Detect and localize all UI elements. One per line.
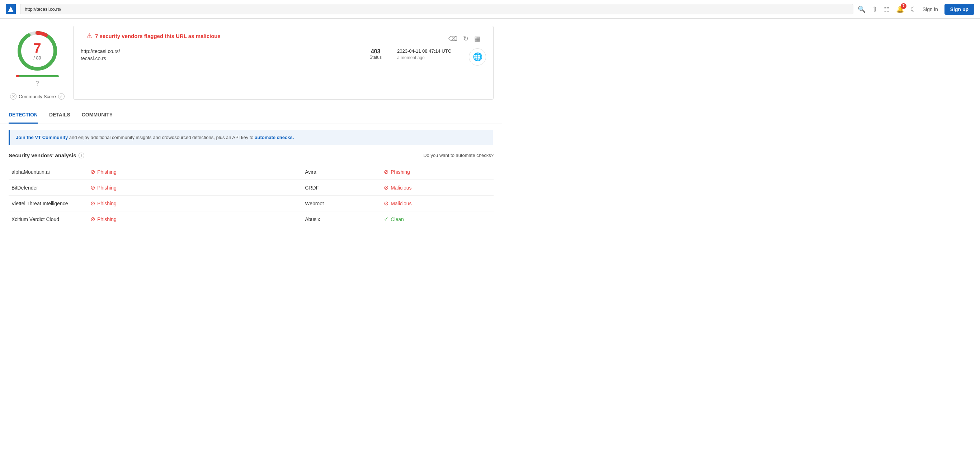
automate-prompt: Do you want to automate checks? (423, 153, 493, 158)
score-donut: 7 / 89 (16, 29, 59, 72)
info-icon[interactable]: i (78, 153, 84, 158)
score-value: 7 (33, 41, 41, 55)
time-block: 2023-04-11 08:47:14 UTC a moment ago (397, 48, 462, 60)
warning-icon: ⊘ (384, 168, 388, 175)
spacer (194, 180, 302, 196)
verdict-text: Phishing (97, 201, 116, 206)
verdict-text: Malicious (391, 201, 412, 206)
verdict-text: Phishing (391, 169, 410, 175)
vt-logo[interactable] (6, 4, 16, 14)
vendor-name: CRDF (302, 180, 381, 196)
vendor-name: Webroot (302, 196, 381, 211)
spacer (194, 164, 302, 180)
vendor-name: Avira (302, 164, 381, 180)
vendor-name: Xcitium Verdict Cloud (9, 211, 88, 227)
warning-icon: ⊘ (384, 184, 388, 191)
vendor-verdict: ⊘Phishing (88, 180, 194, 196)
navbar: http://tecasi.co.rs/ 🔍 ⇧ ☷ 🔔 7 ☾ Sign in… (0, 0, 980, 19)
join-community-link[interactable]: Join the VT Community (16, 135, 68, 140)
question-icon: ? (35, 80, 39, 87)
vendor-verdict: ⊘Malicious (381, 180, 493, 196)
table-row: BitDefender⊘PhishingCRDF⊘Malicious (9, 180, 493, 196)
tab-details[interactable]: DETAILS (49, 107, 70, 124)
vendor-verdict: ✓Clean (381, 211, 493, 227)
score-total: / 89 (33, 55, 41, 60)
theme-icon[interactable]: ☾ (910, 5, 916, 13)
url-domain: tecasi.co.rs (81, 55, 354, 61)
main-content: 7 / 89 ? ✕ Community Score ✓ ⚠ 7 securit… (0, 19, 502, 107)
grid-icon[interactable]: ☷ (884, 5, 889, 13)
alert-row: ⚠ 7 security vendors flagged this URL as… (86, 32, 221, 40)
verdict-text: Phishing (97, 216, 116, 222)
details-panel: ⚠ 7 security vendors flagged this URL as… (73, 26, 493, 100)
vendor-verdict: ⊘Phishing (88, 196, 194, 211)
alert-bar: ⚠ 7 security vendors flagged this URL as… (81, 32, 486, 46)
vendor-name: Viettel Threat Intelligence (9, 196, 88, 211)
verdict-text: Phishing (97, 185, 116, 191)
status-block: 403 Status (361, 48, 390, 60)
tab-detection[interactable]: DETECTION (9, 107, 38, 124)
status-label: Status (361, 55, 390, 60)
url-text-block: http://tecasi.co.rs/ tecasi.co.rs (81, 48, 354, 61)
upload-icon[interactable]: ⇧ (872, 5, 877, 13)
automate-link[interactable]: automate checks. (255, 135, 294, 140)
verdict-text: Phishing (97, 169, 116, 175)
notifications-icon[interactable]: 🔔 7 (896, 5, 904, 13)
url-main: http://tecasi.co.rs/ (81, 48, 354, 54)
community-banner: Join the VT Community and enjoy addition… (9, 130, 493, 145)
status-code: 403 (361, 48, 390, 55)
tab-community[interactable]: COMMUNITY (82, 107, 113, 124)
vendors-title: Security vendors' analysis i (9, 152, 84, 158)
verdict-text: Clean (391, 216, 404, 222)
notifications-badge: 7 (901, 3, 907, 9)
signin-link[interactable]: Sign in (923, 6, 938, 12)
table-row: Xcitium Verdict Cloud⊘PhishingAbusix✓Cle… (9, 211, 493, 227)
vendor-name: BitDefender (9, 180, 88, 196)
url-bar[interactable]: http://tecasi.co.rs/ (20, 4, 853, 14)
vendor-verdict: ⊘Phishing (381, 164, 493, 180)
refresh-icon[interactable]: ↻ (463, 35, 468, 43)
warning-icon: ⊘ (91, 184, 95, 191)
score-bar (16, 75, 59, 77)
warning-icon: ⊘ (91, 215, 95, 222)
navbar-actions: 🔍 ⇧ ☷ 🔔 7 ☾ Sign in Sign up (858, 4, 974, 15)
banner-text: and enjoy additional community insights … (69, 135, 255, 140)
svg-marker-0 (8, 6, 14, 12)
vendors-header: Security vendors' analysis i Do you want… (9, 151, 493, 158)
spacer (194, 196, 302, 211)
spacer (194, 211, 302, 227)
alert-text: 7 security vendors flagged this URL as m… (95, 33, 221, 39)
score-inner: 7 / 89 (33, 41, 41, 60)
tabs-section: DETECTION DETAILS COMMUNITY (0, 107, 502, 124)
search-icon[interactable]: 🔍 (858, 5, 865, 13)
warning-icon: ⊘ (91, 168, 95, 175)
globe-icon[interactable]: 🌐 (469, 48, 486, 66)
time-utc: 2023-04-11 08:47:14 UTC (397, 48, 462, 54)
community-score-row: ✕ Community Score ✓ (10, 93, 64, 100)
table-row: Viettel Threat Intelligence⊘PhishingWebr… (9, 196, 493, 211)
vendor-name: alphaMountain.ai (9, 164, 88, 180)
vendors-section: Security vendors' analysis i Do you want… (0, 151, 502, 227)
vendors-title-text: Security vendors' analysis (9, 152, 76, 158)
signup-button[interactable]: Sign up (945, 4, 974, 15)
community-score-label: Community Score (19, 94, 56, 99)
url-info: http://tecasi.co.rs/ tecasi.co.rs 403 St… (81, 46, 486, 66)
vendor-verdict: ⊘Phishing (88, 211, 194, 227)
check-icon: ✓ (384, 215, 388, 222)
verdict-text: Malicious (391, 185, 412, 191)
time-ago: a moment ago (397, 55, 462, 60)
warning-icon: ⊘ (91, 200, 95, 207)
vendor-verdict: ⊘Phishing (88, 164, 194, 180)
vendors-table: alphaMountain.ai⊘PhishingAvira⊘PhishingB… (9, 164, 493, 227)
warning-icon: ⊘ (384, 200, 388, 207)
check-icon: ✓ (58, 93, 65, 100)
panel-actions: ⌫ ↻ ▦ (449, 35, 480, 43)
score-panel: 7 / 89 ? ✕ Community Score ✓ (9, 26, 66, 100)
x-icon: ✕ (10, 93, 16, 100)
qr-icon[interactable]: ▦ (474, 35, 480, 43)
table-row: alphaMountain.ai⊘PhishingAvira⊘Phishing (9, 164, 493, 180)
vendor-name: Abusix (302, 211, 381, 227)
alert-icon: ⚠ (86, 32, 92, 40)
vendor-verdict: ⊘Malicious (381, 196, 493, 211)
compare-icon[interactable]: ⌫ (449, 35, 457, 43)
